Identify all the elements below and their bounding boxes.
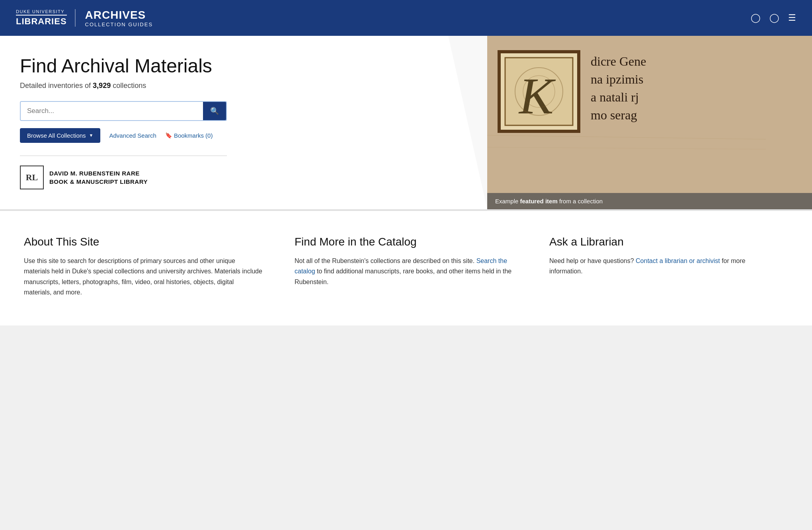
librarian-body: Need help or have questions? Contact a l… [549,256,772,277]
search-button[interactable]: 🔍 [203,102,226,120]
archives-subtitle: COLLECTION GUIDES [85,21,153,27]
contact-librarian-link[interactable]: Contact a librarian or archivist [636,257,720,264]
rubenstein-line2: BOOK & MANUSCRIPT LIBRARY [49,177,148,186]
caption-bold: featured item [520,198,558,205]
chat-icon[interactable]: ◯ [769,13,779,23]
catalog-body-pre: Not all of the Rubenstein's collections … [295,257,476,264]
about-title: About This Site [24,235,263,249]
catalog-body: Not all of the Rubenstein's collections … [295,256,517,287]
search-actions: Browse All Collections ▼ Advanced Search… [20,128,467,143]
caption-post: from a collection [558,198,603,205]
header-logo-area: DUKE UNIVERSITY LIBRARIES ARCHIVES COLLE… [16,9,153,27]
browse-btn-arrow: ▼ [89,133,94,138]
about-body: Use this site to search for descriptions… [24,256,263,298]
caption-pre: Example [495,198,520,205]
librarian-title: Ask a Librarian [549,235,772,249]
rl-logo-text: RL [26,172,38,183]
bookmarks-link[interactable]: 🔖 Bookmarks (0) [165,132,213,139]
logo-divider [16,15,67,16]
rubenstein-line1: DAVID M. RUBENSTEIN RARE [49,169,148,177]
manuscript-illustration: K dicre Gene na ipzimis a natali rj mo s… [487,36,812,209]
librarian-section: Ask a Librarian Need help or have questi… [533,235,788,298]
catalog-section: Find More in the Catalog Not all of the … [279,235,533,298]
hero-divider [20,156,227,156]
collection-count: 3,929 [93,82,111,90]
site-header: DUKE UNIVERSITY LIBRARIES ARCHIVES COLLE… [0,0,812,36]
advanced-search-link[interactable]: Advanced Search [109,132,156,139]
advanced-search-label: Advanced Search [109,132,156,139]
user-icon[interactable]: ◯ [751,13,761,23]
browse-btn-label: Browse All Collections [27,132,86,139]
duke-libraries-logo: DUKE UNIVERSITY LIBRARIES [16,9,76,27]
search-bar: 🔍 [20,101,227,121]
svg-text:dicre Gene: dicre Gene [591,54,646,68]
rubenstein-library-name: DAVID M. RUBENSTEIN RARE BOOK & MANUSCRI… [49,169,148,186]
image-caption: Example featured item from a collection [487,193,812,209]
rubenstein-logo-area: RL DAVID M. RUBENSTEIN RARE BOOK & MANUS… [20,166,467,189]
archives-main-title: ARCHIVES [85,9,153,21]
about-section: About This Site Use this site to search … [24,235,279,298]
search-input[interactable] [21,102,203,120]
header-nav-icons: ◯ ◯ ☰ [751,13,796,23]
hero-image-area: K dicre Gene na ipzimis a natali rj mo s… [487,36,812,209]
hero-title: Find Archival Materials [20,56,467,77]
svg-text:mo serag: mo serag [591,108,637,122]
archives-title-area: ARCHIVES COLLECTION GUIDES [84,9,153,27]
info-sections-area: About This Site Use this site to search … [0,209,812,326]
librarian-body-pre: Need help or have questions? [549,257,636,264]
hero-subtitle-post: collections [111,82,146,90]
catalog-body-post: to find additional manuscripts, rare boo… [295,268,511,285]
hero-subtitle: Detailed inventories of 3,929 collection… [20,82,467,90]
hero-section: Find Archival Materials Detailed invento… [0,36,812,209]
catalog-title: Find More in the Catalog [295,235,517,249]
svg-text:na ipzimis: na ipzimis [591,72,643,86]
hero-subtitle-pre: Detailed inventories of [20,82,93,90]
browse-all-collections-button[interactable]: Browse All Collections ▼ [20,128,100,143]
bookmark-icon: 🔖 [165,132,172,138]
menu-icon[interactable]: ☰ [788,13,796,23]
bookmarks-label: Bookmarks (0) [174,132,213,139]
duke-libraries-text: LIBRARIES [16,16,67,27]
svg-text:a natali rj: a natali rj [591,90,639,104]
hero-content-area: Find Archival Materials Detailed invento… [0,36,487,209]
duke-university-text: DUKE UNIVERSITY [16,9,67,14]
rl-logo-box: RL [20,166,44,189]
